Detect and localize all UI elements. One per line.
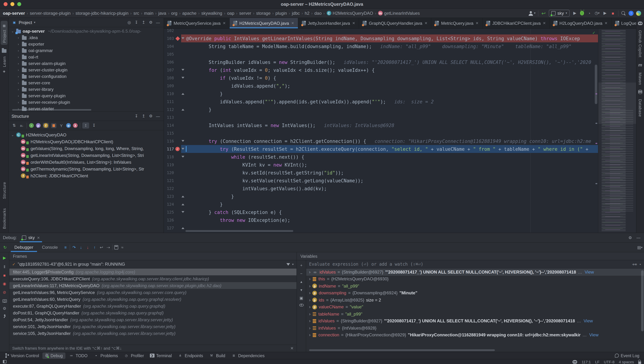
chevron-right-icon[interactable]: › (17, 75, 20, 78)
chevron-right-icon[interactable]: › (17, 55, 20, 59)
hide-panel-icon[interactable]: — (155, 20, 161, 25)
code-minimap[interactable] (598, 29, 636, 232)
project-view-chevron-icon[interactable]: ▾ (34, 21, 35, 24)
code-line[interactable]: 125 } catch (SQLException e) { (164, 208, 598, 216)
chevron-right-icon[interactable]: › (309, 298, 310, 302)
structure-tree-item[interactable]: fh2Client: JDBCHikariCPClient (9, 172, 164, 179)
breadcrumb-item[interactable]: oap-server (3, 10, 25, 16)
chevron-down-icon[interactable]: ⌄ (11, 133, 14, 136)
chevron-right-icon[interactable]: › (309, 276, 310, 282)
project-tree-item[interactable]: ›server-alarm-plugin (9, 60, 164, 67)
breadcrumb-item[interactable]: apache (182, 10, 197, 16)
fold-up-icon[interactable] (181, 204, 184, 205)
chevron-right-icon[interactable]: › (309, 318, 310, 324)
move-watch-up-icon[interactable]: ▲ (299, 280, 303, 284)
remove-watch-icon[interactable]: − (299, 271, 304, 276)
breadcrumb-item[interactable]: org (171, 10, 177, 16)
tool-stripe-database[interactable]: Database (638, 99, 642, 117)
editor-tab[interactable]: JDBCHikariCPClient.java✕ (482, 18, 550, 28)
project-tree-item[interactable]: ›server-query-plugin (9, 92, 164, 99)
fold-down-icon[interactable] (181, 69, 184, 71)
tool-window-toggle-icon[interactable] (3, 360, 7, 363)
tab-debugger[interactable]: Debugger (11, 243, 37, 252)
variable-row[interactable]: ›tableName = "all_p99" (306, 310, 644, 318)
variable-row[interactable]: ›pdownsampling = {Downsampling@6924} "Mi… (306, 290, 644, 296)
breadcrumb-item[interactable]: dao (314, 10, 322, 16)
variable-row[interactable]: ›connection = {HikariProxyConnection@692… (306, 332, 644, 338)
chevron-right-icon[interactable]: › (309, 312, 310, 316)
chevron-right-icon[interactable]: › (309, 290, 310, 296)
code-line[interactable]: 111 idValues.append("'").append(ids.get(… (164, 98, 598, 106)
close-tab-icon[interactable]: ✕ (543, 21, 546, 25)
code-line[interactable]: 108 if (valueIdx != 0) { (164, 74, 598, 82)
project-root-row[interactable]: ⌄oap-server~/Downloads/apache-skywalking… (9, 28, 164, 34)
chevron-right-icon[interactable]: › (17, 88, 20, 91)
error-stripe-mark[interactable] (595, 93, 597, 94)
fold-up-icon[interactable] (181, 196, 184, 198)
variables-horizontal-scrollbar[interactable] (309, 349, 495, 351)
structure-root-row[interactable]: ⌄CH2MetricsQueryDAO (9, 132, 164, 138)
stack-frame-row[interactable]: executeQuery:106, JDBCHikariCPClient(org… (9, 275, 296, 282)
show-non-public-toggle[interactable] (51, 123, 57, 128)
project-tree-item[interactable]: ›.idea (9, 34, 164, 41)
code-line[interactable]: 126 throw new IOException(e); (164, 216, 598, 224)
code-line[interactable]: 117✓ try (ResultSet resultSet = h2Client… (164, 145, 598, 153)
error-stripe-mark[interactable] (595, 123, 597, 124)
profiler-button[interactable]: ◷▾ (594, 10, 600, 16)
rerun-icon[interactable]: ↻ (1, 245, 9, 250)
code-line[interactable]: 102 (164, 29, 598, 34)
variable-row[interactable]: ›intValues = {IntValues@6928} (306, 324, 644, 332)
project-tree-item[interactable]: ›server-cluster-plugin (9, 67, 164, 73)
project-horizontal-scrollbar[interactable] (12, 109, 91, 110)
debugger-settings-icon[interactable]: ⚙ (2, 306, 7, 311)
editor-tab[interactable]: MetricQueryService.java✕ (164, 18, 230, 28)
add-watch-icon[interactable]: + (299, 262, 304, 268)
chevron-right-icon[interactable]: › (17, 36, 20, 40)
chevron-right-icon[interactable]: › (309, 326, 310, 330)
code-line[interactable]: 106 StringBuilder idValues = new StringB… (164, 58, 598, 66)
fold-down-icon[interactable] (181, 156, 184, 158)
view-link[interactable]: View (589, 332, 598, 338)
mute-breakpoints-icon[interactable]: ⊘ (2, 290, 7, 295)
event-log-button[interactable]: Event Log (612, 352, 642, 359)
view-link[interactable]: View (584, 318, 593, 324)
sort-by-visibility-icon[interactable]: ⇅ (12, 123, 17, 128)
tool-window-button-profiler[interactable]: ◷Profiler (121, 352, 146, 359)
structure-tree-item[interactable]: morderWithDefault0(IntValues, List<Strin… (9, 159, 164, 166)
debug-session-tab[interactable]: sky ✕ (20, 233, 42, 242)
fold-down-icon[interactable] (181, 77, 184, 78)
stack-frame-row[interactable]: getLinearIntValues:60, MetricQuery(org.a… (9, 296, 296, 302)
stack-frame-row[interactable]: execute:87, GraphQLQueryHandler(org.apac… (9, 302, 296, 310)
chevron-right-icon[interactable]: › (17, 81, 20, 85)
breadcrumb-item[interactable]: oap (227, 10, 234, 16)
breadcrumb-item[interactable]: CH2MetricsQueryDAO (327, 10, 373, 16)
breadcrumb-item[interactable]: main (144, 10, 153, 16)
code-line[interactable]: 123 } (164, 192, 598, 200)
move-watch-down-icon[interactable]: ▼ (299, 288, 303, 292)
ide-update-icon[interactable]: ↑ (628, 10, 633, 16)
editor-tab[interactable]: H2LogQueryDAO.java✕ (550, 18, 612, 28)
close-hint-icon[interactable]: ✕ (290, 346, 294, 351)
evaluate-expression-input[interactable]: Evaluate expression (⏎) or add a watch (… (306, 260, 644, 268)
add-to-watches-icon[interactable]: +∞ (632, 262, 637, 267)
locate-file-icon[interactable]: ◎ (127, 20, 132, 25)
breadcrumb-item[interactable]: skywalking (201, 10, 222, 16)
fold-down-icon[interactable] (181, 211, 184, 213)
vcs-update-icon[interactable]: ↩ (541, 10, 546, 16)
sort-alphabetically-icon[interactable]: a↓ (19, 123, 25, 128)
line-separator[interactable]: LF (595, 360, 600, 364)
minimap-viewport[interactable] (598, 82, 636, 124)
debug-button[interactable] (580, 11, 584, 16)
error-stripe-mark[interactable] (595, 183, 597, 184)
resume-program-icon[interactable]: ▶ (2, 255, 7, 260)
pause-program-icon[interactable]: ‖ (2, 264, 7, 269)
project-tree-item[interactable]: ›oal-rt (9, 54, 164, 60)
file-encoding[interactable]: UTF-8 (604, 360, 614, 364)
stack-frame-row[interactable]: service:101, JettyJsonHandler(org.apache… (9, 323, 296, 330)
code-line[interactable]: 109 idValues.append(","); (164, 82, 598, 90)
project-tree-item[interactable]: ›server-library (9, 86, 164, 92)
code-line[interactable]: 116 try (Connection connection = h2Clien… (164, 137, 598, 145)
project-tree-item[interactable]: ›server-receiver-plugin (9, 99, 164, 106)
close-tab-icon[interactable]: ✕ (604, 21, 607, 25)
tool-window-button-endpoints[interactable]: ⋔Endpoints (175, 352, 206, 359)
